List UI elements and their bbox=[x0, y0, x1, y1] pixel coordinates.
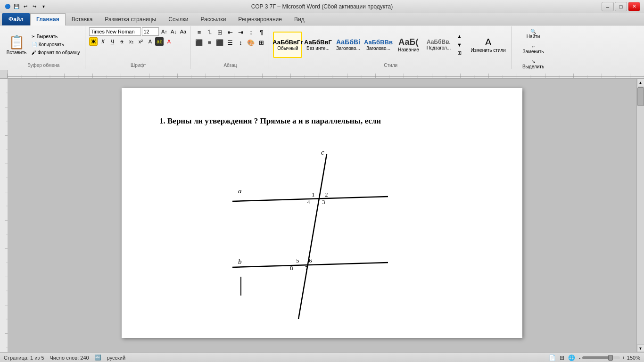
strikethrough-button[interactable]: a bbox=[117, 37, 126, 46]
style-nospace[interactable]: АаБбВвГ Без инте... bbox=[303, 32, 332, 58]
copy-label: Копировать bbox=[39, 42, 64, 47]
show-marks-button[interactable]: ¶ bbox=[256, 27, 266, 37]
replace-icon: ↔ bbox=[531, 44, 536, 49]
format-painter-button[interactable]: 🖌 Формат по образцу bbox=[29, 49, 82, 56]
ruler-corner bbox=[0, 70, 8, 79]
bold-button[interactable]: Ж bbox=[89, 37, 98, 46]
font-color-button[interactable]: A bbox=[165, 37, 173, 46]
style-heading2[interactable]: АаБбВВв Заголово... bbox=[363, 32, 393, 58]
styles-more[interactable]: ⊞ bbox=[455, 49, 463, 58]
paste-label: Вставить bbox=[7, 50, 26, 55]
shading-button[interactable]: 🎨 bbox=[246, 38, 256, 47]
paste-button[interactable]: 📋 Вставить bbox=[5, 31, 28, 59]
document-scroll-area[interactable]: 1. Верны ли утверждения ? Прямые а и в п… bbox=[8, 79, 636, 352]
tab-view[interactable]: Вид bbox=[288, 13, 311, 25]
change-styles-label: Изменить стили bbox=[471, 48, 505, 53]
tab-pagelayout[interactable]: Разметка страницы bbox=[99, 13, 162, 25]
format-label: Формат по образцу bbox=[38, 50, 80, 55]
styles-gallery: АаБбВвГг Обычный АаБбВвГ Без инте... АаБ… bbox=[273, 32, 463, 58]
vertical-scrollbar[interactable]: ▲ ▼ bbox=[636, 79, 644, 352]
maximize-button[interactable]: □ bbox=[615, 2, 627, 11]
underline-button[interactable]: Ч bbox=[108, 37, 116, 46]
font-shrink-button[interactable]: A↓ bbox=[169, 27, 178, 36]
text-effects-button[interactable]: A bbox=[146, 37, 154, 46]
paragraph-label: Абзац bbox=[223, 62, 237, 68]
view-fullscreen-btn[interactable]: ⊞ bbox=[560, 354, 564, 361]
find-button[interactable]: 🔍 Найти bbox=[524, 27, 543, 41]
view-web-btn[interactable]: 🌐 bbox=[568, 354, 575, 361]
clear-format-button[interactable]: Aa bbox=[179, 27, 187, 36]
num-7: 7 bbox=[305, 264, 308, 272]
format-painter-icon: 🖌 bbox=[32, 50, 36, 55]
tab-insert[interactable]: Вставка bbox=[66, 13, 99, 25]
zoom-out-btn[interactable]: - bbox=[579, 355, 581, 361]
change-styles-icon: A bbox=[485, 37, 491, 48]
styles-scroll-down[interactable]: ▼ bbox=[455, 41, 463, 49]
scroll-up-arrow[interactable]: ▲ bbox=[637, 79, 644, 86]
styles-scroll-up[interactable]: ▲ bbox=[455, 32, 463, 41]
scroll-thumb[interactable] bbox=[637, 87, 644, 106]
word-count-text: Число слов: 240 bbox=[50, 355, 89, 361]
tab-home[interactable]: Главная bbox=[30, 13, 66, 25]
close-button[interactable]: ✕ bbox=[628, 2, 640, 11]
tab-file[interactable]: Файл bbox=[2, 13, 30, 25]
clipboard-group: 📋 Вставить ✂ Вырезать 📄 Копировать 🖌 Фор… bbox=[2, 26, 85, 69]
style-normal[interactable]: АаБбВвГг Обычный bbox=[273, 32, 302, 58]
replace-button[interactable]: ↔ Заменить bbox=[520, 42, 546, 56]
svg-rect-8 bbox=[0, 79, 8, 352]
styles-label: Стили bbox=[384, 62, 397, 68]
justify-button[interactable]: ☰ bbox=[225, 38, 235, 47]
styles-group: АаБбВвГг Обычный АаБбВвГ Без инте... АаБ… bbox=[270, 26, 511, 69]
select-button[interactable]: ↘ Выделить bbox=[520, 58, 546, 71]
style-h2-label: Заголово... bbox=[366, 46, 390, 51]
copy-button[interactable]: 📄 Копировать bbox=[29, 41, 82, 48]
sort-button[interactable]: ↕ bbox=[246, 27, 256, 37]
subscript-button[interactable]: x₂ bbox=[127, 37, 135, 46]
page-info: Страница: 1 из 5 bbox=[4, 355, 44, 361]
italic-button[interactable]: К bbox=[99, 37, 107, 46]
tab-mailings[interactable]: Рассылки bbox=[194, 13, 232, 25]
ribbon-content: 📋 Вставить ✂ Вырезать 📄 Копировать 🖌 Фор… bbox=[0, 25, 644, 70]
cut-button[interactable]: ✂ Вырезать bbox=[29, 33, 82, 40]
style-subtitle[interactable]: АаБбВв. Подзагол... bbox=[424, 32, 453, 58]
borders-button[interactable]: ⊞ bbox=[256, 38, 266, 47]
ruler-area bbox=[0, 70, 644, 79]
numbering-button[interactable]: ⒈ bbox=[205, 27, 214, 37]
text-highlight-button[interactable]: ab bbox=[155, 37, 164, 46]
increase-indent-button[interactable]: ⇥ bbox=[236, 27, 245, 37]
view-print-btn[interactable]: 📄 bbox=[549, 354, 556, 361]
font-grow-button[interactable]: A↑ bbox=[160, 27, 168, 36]
bullets-button[interactable]: ≡ bbox=[194, 27, 204, 37]
font-name-input[interactable] bbox=[89, 27, 141, 36]
num-6: 6 bbox=[309, 257, 312, 264]
num-4: 4 bbox=[307, 198, 310, 206]
paragraph-group: ≡ ⒈ ⊞ ⇤ ⇥ ↕ ¶ ⬛ ≡ ⬛ ☰ ↕ 🎨 ⊞ А bbox=[191, 26, 269, 69]
zoom-slider[interactable]: - + 150% bbox=[579, 355, 640, 361]
align-right-button[interactable]: ⬛ bbox=[215, 38, 224, 47]
line-spacing-button[interactable]: ↕ bbox=[236, 38, 245, 47]
change-styles-button[interactable]: A Изменить стили bbox=[468, 35, 508, 54]
label-a: a bbox=[238, 187, 242, 195]
font-size-input[interactable] bbox=[142, 27, 159, 36]
ribbon: Файл Главная Вставка Разметка страницы С… bbox=[0, 13, 644, 70]
window-title: СОР 3 7Г – Microsoft Word (Сбой активаци… bbox=[0, 3, 644, 10]
multilevel-button[interactable]: ⊞ bbox=[215, 27, 224, 37]
style-title-label: Название bbox=[398, 47, 419, 52]
align-left-button[interactable]: ⬛ bbox=[194, 38, 204, 47]
tab-review[interactable]: Рецензирование bbox=[232, 13, 288, 25]
decrease-indent-button[interactable]: ⇤ bbox=[225, 27, 235, 37]
document-page[interactable]: 1. Верны ли утверждения ? Прямые а и в п… bbox=[122, 88, 522, 338]
scroll-down-arrow[interactable]: ▼ bbox=[637, 345, 644, 352]
font-label: Шрифт bbox=[131, 62, 146, 68]
minimize-button[interactable]: – bbox=[602, 2, 614, 11]
style-title[interactable]: АаБ( Название bbox=[394, 32, 423, 58]
tab-references[interactable]: Ссылки bbox=[162, 13, 194, 25]
cut-icon: ✂ bbox=[32, 34, 35, 39]
superscript-button[interactable]: x² bbox=[136, 37, 145, 46]
zoom-in-btn[interactable]: + bbox=[622, 355, 625, 361]
num-2: 2 bbox=[325, 191, 328, 198]
style-heading1[interactable]: АаБбВi Заголово... bbox=[333, 32, 363, 58]
language-indicator[interactable]: русский bbox=[107, 355, 125, 361]
num-3: 3 bbox=[322, 198, 325, 206]
align-center-button[interactable]: ≡ bbox=[205, 38, 214, 47]
